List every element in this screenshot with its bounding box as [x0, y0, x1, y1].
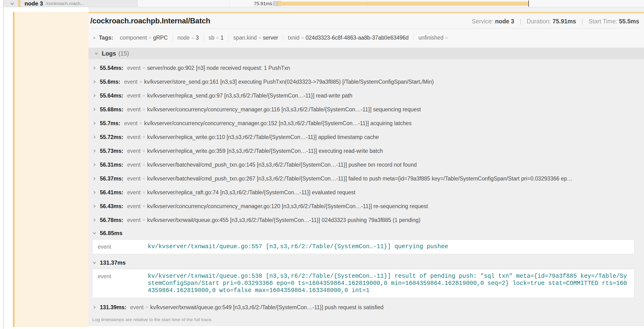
log-entry-collapsed[interactable]: 55.64ms: event = kv/kvserver/replica_sen… — [92, 89, 634, 102]
span-duration-label: 75.91ms — [228, 0, 272, 7]
trace-detail-view: node 3 /cockroach.roach… 75.91ms — [0, 0, 644, 329]
log-timestamp: 131.39ms: — [100, 304, 126, 311]
tag-value: 024d3323-6c8f-4863-aa8b-37ab0e63496d — [306, 34, 408, 41]
log-entry-collapsed[interactable]: 56.37ms: event = kv/kvserver/batcheval/c… — [92, 172, 634, 186]
logs-list: 55.54ms: event = server/node.go:902 [n3]… — [88, 59, 644, 314]
log-equals: = — [142, 93, 146, 98]
span-name-cell[interactable]: node 3 /cockroach.roach… — [4, 0, 138, 7]
log-field-value: kv/kvserver/txnwait/queue.go:557 [n3,s3,… — [148, 243, 448, 250]
tag-key: node — [178, 34, 190, 41]
log-timestamp: 56.85ms — [100, 230, 122, 236]
chevron-right-icon — [92, 94, 96, 98]
chevron-right-icon — [92, 305, 96, 310]
log-entry-collapsed[interactable]: 131.39ms: event = kv/kvserver/txnwait/qu… — [92, 300, 634, 314]
tag-key: txnid — [288, 34, 300, 41]
log-entry-collapsed[interactable]: 55.54ms: event = server/node.go:902 [n3]… — [92, 61, 634, 75]
log-field-key: event — [98, 273, 148, 294]
log-entry-collapsed[interactable]: 55.7ms: event = kv/kvserver/concurrency/… — [92, 116, 634, 130]
detail-right-area: /cockroach.roachpb.Internal/Batch Servic… — [88, 7, 644, 329]
tag-item: node=3 — [173, 34, 204, 42]
log-message: kv/kvserver/replica_write.go:359 [n3,s3,… — [147, 148, 383, 154]
log-message: kv/kvserver/replica_send.go:97 [n3,s3,r6… — [147, 92, 352, 99]
chevron-right-icon — [92, 176, 96, 181]
log-entry-collapsed[interactable]: 56.41ms: event = kv/kvserver/replica_raf… — [92, 186, 634, 199]
span-meta: Service: node 3 | Duration: 75.91ms | St… — [472, 18, 639, 25]
log-timestamp: 55.6ms: — [100, 79, 120, 85]
log-field-key: event — [98, 243, 148, 250]
log-equals: = — [140, 121, 142, 126]
log-expanded-header[interactable]: 131.37ms — [92, 256, 634, 269]
log-timestamp: 55.7ms: — [100, 120, 120, 126]
log-entry-collapsed[interactable]: 55.73ms: event = kv/kvserver/replica_wri… — [92, 144, 634, 158]
log-field-key: event — [124, 79, 138, 85]
log-entry-collapsed[interactable]: 56.78ms: event = kv/kvserver/txnwait/que… — [92, 213, 634, 227]
chevron-right-icon — [92, 204, 96, 208]
log-message: kv/kvserver/store_send.go:161 [n3,s3] ex… — [144, 79, 434, 85]
tags-accordion[interactable]: Tags: component=gRPC node=3 sb=1 span.ki… — [92, 34, 639, 42]
log-equals: = — [142, 204, 146, 209]
span-bar-row: node 3 /cockroach.roach… 75.91ms — [0, 0, 644, 7]
chevron-down-icon — [94, 51, 98, 56]
log-entry-collapsed[interactable]: 55.72ms: event = kv/kvserver/replica_wri… — [92, 130, 634, 144]
log-entry-collapsed[interactable]: 55.68ms: event = kv/kvserver/concurrency… — [92, 102, 634, 116]
child-span-tick — [273, 1, 274, 6]
log-field-key: event — [127, 162, 140, 168]
log-entry-collapsed[interactable]: 56.43ms: event = kv/kvserver/concurrency… — [92, 199, 634, 213]
log-expanded-header[interactable]: 56.85ms — [92, 227, 634, 239]
meta-separator: | — [520, 18, 521, 24]
tag-key: sb — [208, 34, 214, 41]
start-time-value: 55.5ms — [619, 18, 639, 24]
span-color-bar — [18, 0, 20, 7]
log-timestamp: 55.68ms: — [100, 106, 123, 113]
log-entry-collapsed[interactable]: 55.6ms: event = kv/kvserver/store_send.g… — [92, 75, 634, 89]
log-timestamp: 55.64ms: — [100, 92, 123, 99]
logs-title: Logs — [102, 50, 116, 57]
span-operation-name: /cockroach.roach… — [46, 1, 85, 6]
log-detail-card: event kv/kvserver/txnwait/queue.go:557 [… — [92, 239, 634, 254]
span-detail-panel: /cockroach.roachpb.Internal/Batch Servic… — [88, 13, 644, 329]
log-timestamp: 56.37ms: — [100, 176, 123, 182]
child-span-tick — [276, 1, 276, 6]
logs-footer-note: Log timestamps are relative to the start… — [88, 314, 644, 326]
log-equals: = — [140, 79, 142, 85]
tag-item: component=gRPC — [115, 34, 173, 42]
log-field-key: event — [130, 304, 144, 311]
log-equals: = — [146, 305, 148, 310]
log-entry-expanded: 131.37ms event kv/kvserver/txnwait/queue… — [92, 256, 634, 298]
logs-accordion-header[interactable]: Logs (15) — [88, 48, 644, 59]
chevron-right-icon — [92, 121, 96, 126]
log-message: kv/kvserver/concurrency/concurrency_mana… — [144, 120, 412, 126]
log-message: server/node.go:902 [n3] node received re… — [147, 65, 290, 71]
log-field-key: event — [124, 120, 138, 126]
tag-value: server — [263, 34, 278, 41]
chevron-down-icon[interactable] — [10, 1, 14, 6]
log-message: kv/kvserver/concurrency/concurrency_mana… — [147, 203, 428, 210]
chevron-right-icon — [92, 80, 96, 84]
log-timestamp: 56.43ms: — [100, 203, 123, 210]
chevron-right-icon — [92, 218, 96, 222]
log-entry-collapsed[interactable]: 56.31ms: event = kv/kvserver/batcheval/c… — [92, 158, 634, 172]
tag-equals: = — [301, 35, 304, 40]
left-edge — [0, 0, 3, 7]
tag-item: span.kind=server — [228, 34, 283, 42]
span-timeline[interactable]: 75.91ms — [138, 0, 644, 7]
chevron-right-icon — [92, 135, 96, 139]
chevron-down-icon — [92, 260, 96, 265]
log-timestamp: 55.73ms: — [100, 148, 123, 154]
span-duration-bar[interactable] — [277, 2, 528, 6]
detail-left-tint-column — [13, 12, 88, 327]
log-timestamp: 56.31ms: — [100, 162, 123, 168]
log-equals: = — [142, 176, 146, 182]
log-field-key: event — [127, 217, 140, 224]
tag-equals: = — [192, 35, 194, 40]
bottom-filler — [88, 326, 644, 329]
log-equals: = — [142, 65, 146, 71]
log-entry-expanded: 56.85ms event kv/kvserver/txnwait/queue.… — [92, 227, 634, 254]
log-field-key: event — [127, 134, 140, 140]
tags-list: component=gRPC node=3 sb=1 span.kind=ser… — [115, 34, 454, 42]
log-field-key: event — [127, 189, 140, 196]
log-message: kv/kvserver/batcheval/cmd_push_txn.go:14… — [147, 162, 416, 168]
tag-equals: = — [216, 35, 219, 40]
log-message: kv/kvserver/batcheval/cmd_push_txn.go:26… — [147, 176, 572, 182]
log-equals: = — [142, 218, 146, 223]
